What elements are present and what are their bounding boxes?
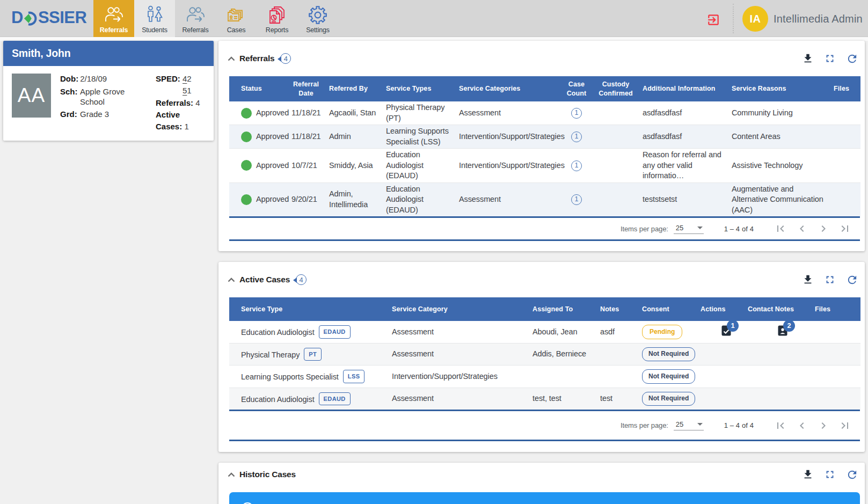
first-page-icon[interactable]	[770, 218, 791, 239]
col-service-type[interactable]: Service Type	[229, 297, 388, 321]
logo-letters-ssier: SSIER	[38, 9, 87, 27]
actions-task-icon[interactable]: 1	[721, 325, 731, 336]
col-service-category[interactable]: Service Category	[388, 297, 528, 321]
case-count-badge[interactable]: 1	[571, 160, 582, 171]
col-status[interactable]: Status	[229, 76, 287, 101]
topbar: DSSIER Referrals	[0, 0, 868, 37]
cell-service-type: Learning Supports Specialist	[241, 372, 339, 381]
cell-contact-notes	[743, 388, 811, 410]
logout-icon[interactable]	[706, 13, 720, 27]
col-actions[interactable]: Actions	[696, 297, 743, 321]
active-case-row[interactable]: Education AudiologistEDAUD Assessment te…	[229, 388, 860, 410]
cell-files	[811, 388, 860, 410]
col-service-types[interactable]: Service Types	[382, 76, 455, 101]
nav-tab-cases[interactable]: Cases	[216, 0, 257, 37]
contact-notes-count-badge: 2	[783, 320, 795, 332]
cell-service-reasons: Assistive Technology	[727, 149, 829, 183]
next-page-icon[interactable]	[813, 415, 834, 436]
refresh-icon[interactable]	[845, 468, 858, 481]
cell-assigned-to: Addis, Berniece	[528, 343, 596, 366]
contact-notes-icon[interactable]: 2	[778, 325, 787, 336]
col-files[interactable]: Files	[811, 297, 860, 321]
collapse-chevron-icon[interactable]	[228, 472, 235, 477]
student-name: Smith, John	[12, 47, 70, 60]
historic-info-banner	[229, 492, 860, 504]
col-contact-notes[interactable]: Contact Notes	[743, 297, 811, 321]
page-range-label: 1 – 4 of 4	[724, 225, 754, 233]
cell-service-category: Assessment	[388, 321, 528, 343]
service-type-chip: LSS	[343, 370, 365, 383]
cell-referral-date: 11/18/21	[287, 101, 325, 125]
field-value: 2/18/09	[80, 74, 134, 84]
cell-service-types: Learning Supports Specialist (LSS)	[382, 125, 455, 149]
active-case-row[interactable]: Learning Supports SpecialistLSS Interven…	[229, 366, 860, 388]
download-icon[interactable]	[801, 52, 814, 65]
cell-service-categories: Intervention/Support/Strategies	[455, 125, 560, 149]
col-referral-date[interactable]: Referral Date	[287, 76, 325, 101]
student-card: Smith, John AA Dob: 2/18/09 Sch: Apple G…	[3, 41, 214, 141]
items-per-page-value: 25	[676, 420, 683, 428]
cell-files	[811, 366, 860, 388]
nav-tab-referrals-active[interactable]: Referrals	[93, 0, 134, 37]
download-icon[interactable]	[801, 468, 814, 481]
collapse-chevron-icon[interactable]	[228, 56, 235, 61]
collapse-chevron-icon[interactable]	[228, 277, 235, 282]
cell-service-types: Education Audiologist (EDAUD)	[382, 182, 455, 216]
consent-pending-pill: Pending	[642, 325, 682, 339]
refresh-icon[interactable]	[845, 273, 858, 286]
fullscreen-icon[interactable]	[823, 273, 836, 286]
download-icon[interactable]	[801, 273, 814, 286]
col-additional-information[interactable]: Additional Information	[638, 76, 727, 101]
referral-row[interactable]: Approved 10/7/21 Smiddy, Asia Education …	[229, 149, 860, 183]
user-avatar[interactable]: IA	[742, 6, 768, 32]
col-referred-by[interactable]: Referred By	[325, 76, 382, 101]
select-caret-icon	[697, 423, 703, 426]
nav-label: Students	[142, 26, 167, 34]
case-count-badge[interactable]: 1	[571, 108, 582, 119]
main-nav: Referrals Students	[93, 0, 338, 37]
nav-tab-settings[interactable]: Settings	[297, 0, 338, 37]
referral-row[interactable]: Approved 9/20/21 Admin, Intellimedia Edu…	[229, 182, 860, 216]
main-content: Referrals 4	[218, 41, 865, 504]
fullscreen-icon[interactable]	[823, 468, 836, 481]
col-custody-confirmed[interactable]: Custody Confirmed	[593, 76, 638, 101]
cell-custody-confirmed	[593, 182, 638, 216]
refresh-icon[interactable]	[845, 52, 858, 65]
nav-tab-reports[interactable]: Reports	[257, 0, 297, 37]
col-assigned-to[interactable]: Assigned To	[528, 297, 596, 321]
col-notes[interactable]: Notes	[596, 297, 638, 321]
items-per-page-value: 25	[676, 224, 683, 232]
previous-page-icon[interactable]	[791, 218, 813, 239]
referral-row[interactable]: Approved 11/18/21 Agcaoili, Stan Physica…	[229, 101, 860, 125]
cell-service-types: Physical Therapy (PT)	[382, 101, 455, 125]
last-page-icon[interactable]	[834, 218, 856, 239]
count: 1	[575, 194, 579, 205]
last-page-icon[interactable]	[834, 415, 856, 436]
sped-value-link[interactable]: 4251	[183, 73, 192, 97]
items-per-page-select[interactable]: 25	[674, 224, 704, 234]
first-page-icon[interactable]	[770, 415, 791, 436]
cell-service-category: Intervention/Support/Strategies	[388, 366, 528, 388]
col-case-count[interactable]: Case Count	[560, 76, 593, 101]
fullscreen-icon[interactable]	[823, 52, 836, 65]
nav-tab-referrals[interactable]: Referrals	[175, 0, 216, 37]
col-service-categories[interactable]: Service Categories	[455, 76, 560, 101]
cell-actions	[696, 366, 743, 388]
active-case-row[interactable]: Physical TherapyPT Assessment Addis, Ber…	[229, 343, 860, 366]
field-value: Grade 3	[80, 109, 134, 119]
next-page-icon[interactable]	[813, 218, 834, 239]
col-service-reasons[interactable]: Service Reasons	[727, 76, 829, 101]
col-consent[interactable]: Consent	[638, 297, 696, 321]
active-case-row[interactable]: Education AudiologistEDAUD Assessment Ab…	[229, 321, 860, 343]
nav-tab-students[interactable]: Students	[134, 0, 175, 37]
dossier-logo[interactable]: DSSIER	[11, 9, 86, 27]
previous-page-icon[interactable]	[791, 415, 813, 436]
students-icon	[145, 5, 164, 25]
case-count-badge[interactable]: 1	[571, 194, 582, 205]
col-files[interactable]: Files	[829, 76, 860, 101]
items-per-page-select[interactable]: 25	[674, 420, 704, 430]
referral-row[interactable]: Approved 11/18/21 Admin Learning Support…	[229, 125, 860, 149]
cell-files	[829, 149, 860, 183]
sped-rest-1: 2	[187, 74, 191, 83]
case-count-badge[interactable]: 1	[571, 132, 582, 142]
